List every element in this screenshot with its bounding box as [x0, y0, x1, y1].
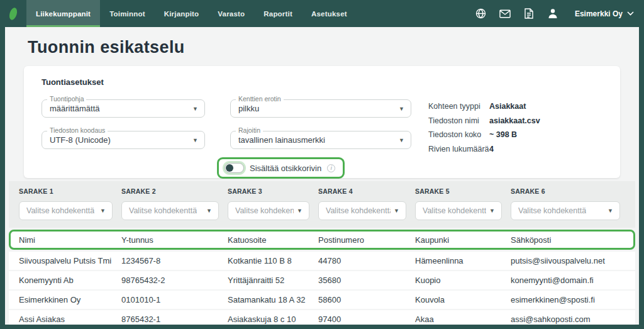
dropdown-arrow-icon: ▼ — [489, 208, 495, 214]
info-row: Tiedoston koko ~ 398 B — [428, 130, 540, 139]
file-info-panel: Kohteen tyyppi Asiakkaat Tiedoston nimi … — [428, 102, 540, 179]
preview-rows: Siivouspalvelu Putsis Tmi 1234567-8 Kotk… — [9, 252, 635, 325]
header-cell: Sähköposti — [511, 235, 627, 245]
target-field-select-2[interactable]: Valitse kohdekenttä ▼ — [121, 201, 219, 220]
user-icon[interactable] — [547, 8, 558, 20]
column-header: SARAKE 5 — [415, 187, 511, 195]
table-row: Esimerkkinen Oy 0101010-1 Satamankatu 18… — [9, 291, 635, 309]
card-heading: Tuontiasetukset — [42, 77, 602, 87]
cell-katuosoite: Yrittäjänraitti 52 — [228, 276, 318, 285]
column-header: SARAKE 2 — [121, 187, 228, 195]
cell-kaupunki: Akaa — [415, 315, 511, 324]
cell-kaupunki: Hämeenlinna — [415, 256, 511, 265]
cell-postinumero: 97400 — [318, 315, 415, 324]
select-placeholder: Valitse kohdekenttä — [26, 206, 94, 215]
header-cell: Postinumero — [318, 235, 415, 245]
cell-sahkoposti: assi@sahkoposti.com — [511, 315, 629, 324]
toggle-label: Sisältää otsikkorivin — [250, 164, 321, 173]
select-placeholder: Valitse kohdekenttä — [129, 206, 197, 215]
info-row: Rivien lukumäärä 4 — [428, 145, 540, 153]
document-icon[interactable] — [523, 8, 535, 20]
cell-sahkoposti: esimerkkinen@sposti.fi — [511, 295, 629, 304]
toggle-knob — [226, 164, 233, 172]
field-label: Kenttien erotin — [236, 95, 284, 103]
globe-icon[interactable] — [475, 8, 487, 20]
company-switcher[interactable]: Esimerkki Oy — [575, 9, 634, 18]
field-label: Tuontipohja — [47, 95, 86, 103]
cell-nimi: Siivouspalvelu Putsis Tmi — [19, 256, 121, 265]
dropdown-arrow-icon: ▼ — [192, 105, 198, 111]
cell-nimi: Assi Asiakas — [19, 315, 121, 324]
target-field-select-6[interactable]: Valitse kohdekenttä ▼ — [511, 201, 620, 220]
info-value: asiakkaat.csv — [489, 116, 540, 125]
chevron-down-icon — [627, 11, 634, 16]
dropdown-arrow-icon: ▼ — [100, 208, 106, 214]
select-kenttien-erotin[interactable]: Kenttien erotin pilkku ▼ — [230, 99, 411, 118]
header-cell: Kaupunki — [415, 235, 511, 245]
nav-tab-asetukset[interactable]: Asetukset — [302, 0, 357, 27]
cell-katuosoite: Satamankatu 18 A 32 — [228, 295, 318, 304]
cell-kaupunki: Kuopio — [415, 276, 511, 285]
select-placeholder: Valitse kohdekenttä — [235, 206, 294, 215]
table-row: Siivouspalvelu Putsis Tmi 1234567-8 Kotk… — [9, 252, 635, 270]
csv-header-row: Nimi Y-tunnus Katuosoite Postinumero Kau… — [11, 231, 633, 248]
app-logo[interactable] — [0, 0, 26, 27]
top-navbar: Liikekumppanit Toiminnot Kirjanpito Vara… — [0, 0, 644, 27]
field-value: pilkku — [238, 104, 259, 113]
cell-katuosoite: Kotkantie 110 B 8 — [228, 256, 318, 265]
cell-nimi: Konemyynti Ab — [19, 276, 121, 285]
cell-postinumero: 35680 — [318, 276, 415, 285]
field-label: Tiedoston koodaus — [47, 126, 108, 134]
select-placeholder: Valitse kohdekenttä — [326, 206, 391, 215]
target-field-select-5[interactable]: Valitse kohdekenttä ▼ — [415, 201, 502, 220]
page-title: Tuonnin esikatselu — [28, 38, 639, 57]
select-placeholder: Valitse kohdekenttä — [518, 206, 586, 215]
cell-nimi: Esimerkkinen Oy — [19, 295, 121, 304]
dropdown-arrow-icon: ▼ — [297, 208, 303, 214]
cell-sahkoposti: putsis@siivouspalvelu.net — [511, 256, 629, 265]
nav-tab-toiminnot[interactable]: Toiminnot — [100, 0, 155, 27]
target-field-select-4[interactable]: Valitse kohdekenttä ▼ — [318, 201, 406, 220]
nav-tab-varasto[interactable]: Varasto — [208, 0, 254, 27]
target-field-select-3[interactable]: Valitse kohdekenttä ▼ — [228, 201, 309, 220]
dropdown-arrow-icon: ▼ — [399, 105, 404, 111]
mail-icon[interactable] — [499, 8, 511, 20]
cell-y-tunnus: 8765432-1 — [121, 315, 228, 324]
field-value: UTF-8 (Unicode) — [50, 135, 111, 145]
table-row: Konemyynti Ab 98765432-2 Yrittäjänraitti… — [9, 271, 635, 289]
header-row-toggle[interactable] — [225, 163, 244, 173]
navbar-actions: Esimerkki Oy — [475, 0, 644, 27]
import-preview-table: SARAKE 1 SARAKE 2 SARAKE 3 SARAKE 4 SARA… — [9, 181, 635, 325]
page-content: Tuonnin esikatselu Tuontiasetukset Tuont… — [5, 27, 639, 325]
dropdown-arrow-icon: ▼ — [394, 208, 399, 214]
info-icon[interactable]: i — [327, 164, 335, 172]
cell-kaupunki: Kouvola — [415, 295, 511, 304]
info-row: Kohteen tyyppi Asiakkaat — [428, 102, 540, 111]
field-label: Rajoitin — [236, 126, 263, 134]
info-label: Tiedoston koko — [428, 130, 489, 139]
cell-postinumero: 58600 — [318, 295, 415, 304]
info-label: Tiedoston nimi — [428, 116, 489, 125]
dropdown-arrow-icon: ▼ — [399, 137, 404, 143]
field-value: tavallinen lainausmerkki — [238, 135, 325, 145]
nav-tab-kirjanpito[interactable]: Kirjanpito — [155, 0, 209, 27]
company-name: Esimerkki Oy — [575, 9, 623, 18]
cell-y-tunnus: 98765432-2 — [121, 276, 228, 285]
nav-tab-liikekumppanit[interactable]: Liikekumppanit — [26, 0, 100, 27]
dropdown-arrow-icon: ▼ — [608, 208, 613, 214]
header-cell: Katuosoite — [228, 235, 318, 245]
target-field-select-1[interactable]: Valitse kohdekenttä ▼ — [19, 201, 113, 220]
select-tiedoston-koodaus[interactable]: Tiedoston koodaus UTF-8 (Unicode) ▼ — [42, 131, 205, 149]
column-header: SARAKE 6 — [511, 187, 629, 195]
column-header: SARAKE 4 — [318, 187, 415, 195]
cell-y-tunnus: 1234567-8 — [121, 256, 228, 265]
info-value: 4 — [489, 145, 494, 153]
select-tuontipohja[interactable]: Tuontipohja määrittämättä ▼ — [42, 99, 205, 118]
nav-tab-raportit[interactable]: Raportit — [254, 0, 302, 27]
select-rajoitin[interactable]: Rajoitin tavallinen lainausmerkki ▼ — [230, 131, 411, 149]
info-label: Rivien lukumäärä — [428, 145, 489, 153]
field-value: määrittämättä — [50, 104, 99, 113]
info-value: Asiakkaat — [489, 102, 526, 111]
column-mapping-band: SARAKE 1 SARAKE 2 SARAKE 3 SARAKE 4 SARA… — [9, 181, 635, 228]
leaf-icon — [6, 6, 20, 22]
